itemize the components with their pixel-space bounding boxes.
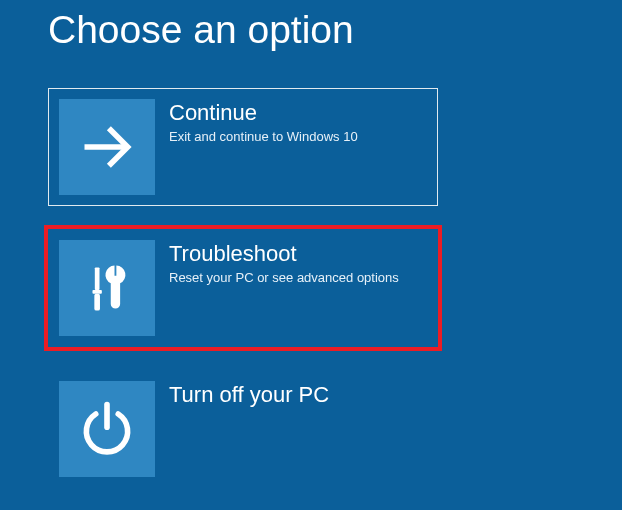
options-list: Continue Exit and continue to Windows 10… (48, 88, 622, 488)
option-troubleshoot[interactable]: Troubleshoot Reset your PC or see advanc… (48, 229, 438, 347)
option-title: Turn off your PC (169, 383, 329, 407)
tools-icon (59, 240, 155, 336)
svg-rect-1 (95, 267, 100, 290)
arrow-right-icon (59, 99, 155, 195)
power-icon (59, 381, 155, 477)
option-continue[interactable]: Continue Exit and continue to Windows 10 (48, 88, 438, 206)
svg-rect-3 (94, 294, 100, 311)
option-description: Reset your PC or see advanced options (169, 270, 399, 287)
page-title: Choose an option (48, 8, 622, 52)
option-turn-off[interactable]: Turn off your PC (48, 370, 438, 488)
option-title: Troubleshoot (169, 242, 399, 266)
option-title: Continue (169, 101, 358, 125)
svg-rect-2 (92, 290, 101, 294)
option-description: Exit and continue to Windows 10 (169, 129, 358, 146)
